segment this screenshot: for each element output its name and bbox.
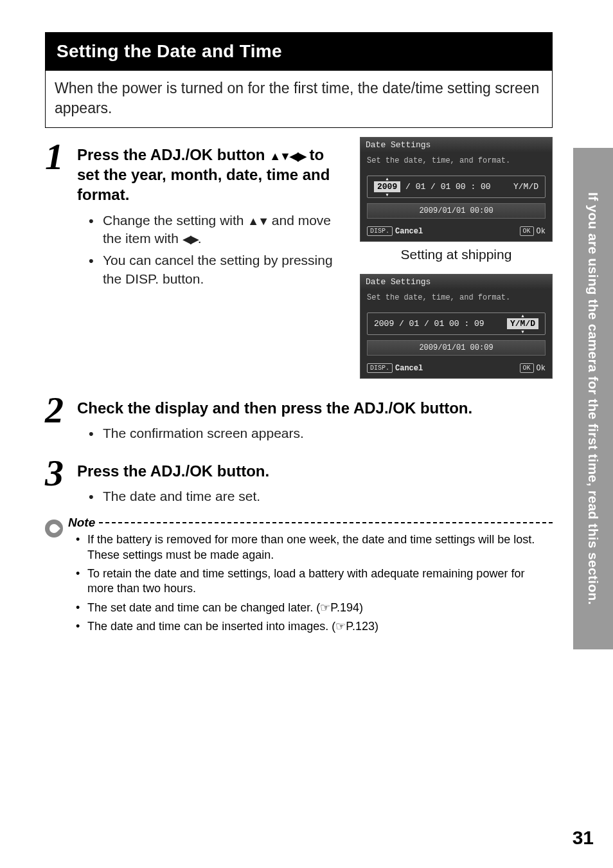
lcd1-fields: 2009 / 01 / 01 00 : 00 Y/M/D xyxy=(367,176,546,198)
step-1: 1 Press the ADJ./OK button ▲▼◀▶ to set t… xyxy=(45,137,553,384)
intro-text: When the power is turned on for the firs… xyxy=(55,80,539,116)
step-3-number: 3 xyxy=(45,458,71,510)
lcd2-ok-chip: OK xyxy=(520,363,534,373)
step-3-heading: Press the ADJ./OK button. xyxy=(77,461,553,481)
note-block: Note If the battery is removed for more … xyxy=(45,516,553,638)
step-1-bullet-2: You can cancel the setting by pressing t… xyxy=(89,251,344,288)
section-title: Setting the Date and Time xyxy=(45,32,553,71)
lcd-screen-1: Date Settings Set the date, time, and fo… xyxy=(360,137,553,242)
lcd1-subtitle: Set the date, time, and format. xyxy=(360,152,552,172)
step-1-bullets: Change the setting with ▲▼ and move the … xyxy=(89,212,344,288)
page: If you are using the camera for the firs… xyxy=(0,0,613,868)
lcd1-format: Y/M/D xyxy=(513,182,538,192)
lcd2-title: Date Settings xyxy=(360,275,552,289)
lcd2-disp-chip: DISP. xyxy=(367,363,393,373)
lcd1-cancel: Cancel xyxy=(395,227,423,236)
lcd1-ok-chip: OK xyxy=(520,226,534,236)
lcd2-format-selected: Y/M/D xyxy=(507,318,538,329)
note-item-3: The set date and time can be changed lat… xyxy=(76,601,553,615)
title-text: Setting the Date and Time xyxy=(57,41,282,61)
step-2-bullet-1: The confirmation screen appears. xyxy=(89,424,553,442)
lcd1-rest: / 01 / 01 00 : 00 xyxy=(405,182,491,192)
leftright-icon: ◀▶ xyxy=(182,233,198,246)
updown-icon: ▲▼ xyxy=(247,215,268,228)
lcd2-preview: 2009/01/01 00:09 xyxy=(367,340,546,356)
step-1-bullet-1: Change the setting with ▲▼ and move the … xyxy=(89,212,344,248)
lcd2-fields: 2009 / 01 / 01 00 : 09 Y/M/D xyxy=(367,312,546,335)
note-dashes xyxy=(99,522,553,523)
lcd1-preview: 2009/01/01 00:00 xyxy=(367,203,546,219)
side-tab-text: If you are using the camera for the firs… xyxy=(585,192,601,605)
step-1-number: 1 xyxy=(45,142,71,384)
note-title-row: Note xyxy=(68,516,553,530)
lcd2-ok: Ok xyxy=(537,364,546,373)
lcd2-date: 2009 / 01 / 01 00 : 09 xyxy=(374,319,484,329)
s1b1c: . xyxy=(198,231,202,246)
lcd1-disp-chip: DISP. xyxy=(367,226,393,236)
lcd1-ok: Ok xyxy=(537,227,546,236)
note-item-1: If the battery is removed for more than … xyxy=(76,532,553,563)
lcd1-caption: Setting at shipping xyxy=(360,247,553,262)
step-2-bullets: The confirmation screen appears. xyxy=(89,424,553,442)
step-3-bullets: The date and time are set. xyxy=(89,487,553,505)
lcd1-title: Date Settings xyxy=(360,138,552,152)
note-label: Note xyxy=(68,516,95,530)
section-side-tab: If you are using the camera for the firs… xyxy=(573,148,613,649)
lcd1-year-selected: 2009 xyxy=(374,181,400,192)
lcd1-footer: DISP.Cancel OKOk xyxy=(360,224,552,241)
step-2-number: 2 xyxy=(45,395,71,447)
note-list: If the battery is removed for more than … xyxy=(76,532,553,634)
page-number: 31 xyxy=(573,827,594,849)
step-3: 3 Press the ADJ./OK button. The date and… xyxy=(45,453,553,510)
intro-box: When the power is turned on for the firs… xyxy=(45,71,553,128)
step-1-text: Press the ADJ./OK button ▲▼◀▶ to set the… xyxy=(77,137,344,384)
content: Setting the Date and Time When the power… xyxy=(45,32,553,638)
lcd-screen-2: Date Settings Set the date, time, and fo… xyxy=(360,274,553,379)
note-item-2: To retain the date and time settings, lo… xyxy=(76,566,553,597)
step-2: 2 Check the display and then press the A… xyxy=(45,390,553,447)
s1b1a: Change the setting with xyxy=(103,213,247,228)
step-3-bullet-1: The date and time are set. xyxy=(89,487,553,505)
step-2-heading: Check the display and then press the ADJ… xyxy=(77,398,553,418)
dpad-icon: ▲▼◀▶ xyxy=(269,150,305,163)
lcd2-cancel: Cancel xyxy=(395,364,423,373)
note-item-4: The date and time can be inserted into i… xyxy=(76,619,553,634)
lcd2-footer: DISP.Cancel OKOk xyxy=(360,361,552,378)
lcd2-subtitle: Set the date, time, and format. xyxy=(360,289,552,309)
step-1-head-a: Press the ADJ./OK button xyxy=(77,146,269,163)
lcd-screens: Date Settings Set the date, time, and fo… xyxy=(360,137,553,384)
note-icon xyxy=(45,520,63,538)
step-1-heading: Press the ADJ./OK button ▲▼◀▶ to set the… xyxy=(77,145,344,205)
